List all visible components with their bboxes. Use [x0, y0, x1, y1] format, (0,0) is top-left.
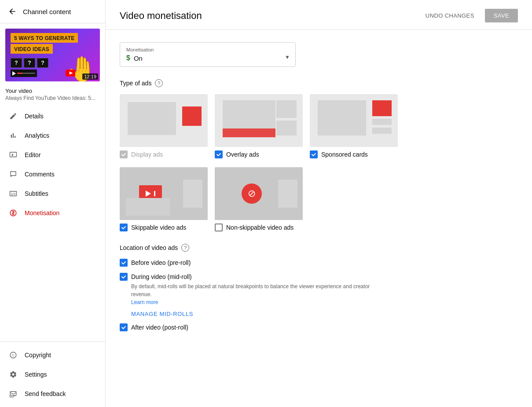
skippable-sidebar — [183, 180, 202, 208]
display-ads-checkbox-row: Display ads — [120, 150, 208, 158]
manage-mid-rolls-button[interactable]: MANAGE MID-ROLLS — [131, 311, 426, 317]
overlay-ads-checkbox-row: Overlay ads — [215, 150, 303, 158]
sidebar-bottom: C Copyright Settings — [0, 341, 105, 407]
after-video-checkbox[interactable] — [120, 323, 128, 331]
sidebar-item-send-feedback[interactable]: Send feedback — [0, 384, 105, 403]
sidebar-item-details[interactable]: Details — [0, 106, 105, 126]
location-help-icon[interactable]: ? — [181, 244, 189, 252]
sidebar-item-subtitles-label: Subtitles — [25, 190, 48, 197]
nonskippable-ads-checkbox[interactable] — [215, 224, 223, 231]
svg-rect-3 — [10, 191, 17, 196]
sidebar-item-editor-label: Editor — [25, 151, 41, 158]
sidebar-item-subtitles[interactable]: Subtitles — [0, 184, 105, 203]
sidebar-item-analytics[interactable]: Analytics — [0, 126, 105, 145]
before-video-checkbox-row: Before video (pre-roll) — [120, 259, 426, 267]
nonskippable-ads-checkbox-row: Non-skippable video ads — [215, 224, 303, 231]
sidebar-item-settings-label: Settings — [25, 371, 47, 378]
midroll-description: By default, mid-rolls will be placed at … — [131, 282, 378, 306]
ads-grid-row2: Skippable video ads ⊘ Non-skippable vide… — [120, 167, 426, 231]
learn-more-link[interactable]: Learn more — [131, 299, 158, 305]
main-content-area: Video monetisation UNDO CHANGES SAVE Mon… — [106, 0, 532, 407]
subtitles-icon — [9, 189, 18, 198]
sidebar-item-copyright[interactable]: C Copyright — [0, 345, 105, 365]
gear-icon — [9, 370, 18, 379]
during-video-label: During video (mid-roll) — [131, 273, 192, 280]
bar-chart-icon — [9, 131, 18, 140]
copyright-icon: C — [9, 351, 18, 359]
skippable-ads-preview — [120, 167, 208, 220]
skippable-bottom — [126, 198, 170, 216]
video-label: Your video — [5, 88, 100, 94]
svg-rect-2 — [10, 152, 17, 157]
sidebar-item-monetisation[interactable]: Monetisation — [0, 203, 105, 223]
pencil-icon — [9, 112, 18, 121]
overlay-side1 — [276, 100, 297, 118]
sidebar-item-analytics-label: Analytics — [25, 132, 49, 139]
sponsored-cards-card: Sponsored cards — [310, 94, 398, 158]
overlay-side2 — [276, 121, 297, 136]
chevron-down-icon: ▼ — [285, 54, 290, 60]
monetisation-dropdown-label: Monetisation — [126, 47, 288, 52]
overlay-ads-label: Overlay ads — [226, 151, 259, 158]
nonskip-timer-icon: ⊘ — [248, 188, 256, 199]
monetisation-dropdown[interactable]: Monetisation $ On ▼ — [120, 42, 296, 67]
nonskippable-ads-card: ⊘ Non-skippable video ads — [215, 167, 303, 231]
back-button[interactable] — [7, 6, 18, 17]
nav-items: Details Analytics Editor — [0, 106, 105, 341]
undo-changes-button[interactable]: UNDO CHANGES — [420, 9, 480, 22]
thumbnail-title-line2: VIDEO IDEAS — [14, 46, 49, 52]
sidebar-item-settings[interactable]: Settings — [0, 365, 105, 384]
editor-icon — [9, 150, 18, 159]
overlay-ads-checkbox[interactable] — [215, 150, 223, 158]
skippable-ads-checkbox-row: Skippable video ads — [120, 224, 208, 231]
before-video-label: Before video (pre-roll) — [131, 259, 191, 266]
video-subtitle: Always Find YouTube Video Ideas: 5... — [5, 95, 100, 101]
monetisation-value-text: On — [134, 55, 143, 62]
page-title: Video monetisation — [120, 10, 202, 22]
skippable-ads-checkbox[interactable] — [120, 224, 128, 231]
main-header: Video monetisation UNDO CHANGES SAVE — [106, 0, 532, 30]
type-of-ads-help-icon[interactable]: ? — [155, 79, 163, 87]
sponsored-cards-checkbox[interactable] — [310, 150, 318, 158]
after-video-item: After video (post-roll) — [120, 323, 426, 331]
location-items: Before video (pre-roll) During video (mi… — [120, 259, 426, 331]
save-button[interactable]: SAVE — [485, 9, 518, 22]
before-video-checkbox[interactable] — [120, 259, 128, 267]
comment-icon — [9, 170, 18, 179]
display-ads-checkbox[interactable] — [120, 150, 128, 158]
sponsored-block1 — [372, 100, 392, 116]
video-thumbnail-area: 5 WAYS TO GENERATE VIDEO IDEAS ? ? ? — [0, 23, 105, 85]
overlay-bar — [223, 128, 275, 137]
sidebar-item-comments[interactable]: Comments — [0, 165, 105, 184]
video-duration: 12:19 — [82, 73, 98, 80]
sidebar-title: Channel content — [23, 8, 71, 15]
sponsored-screen — [318, 100, 366, 136]
display-ads-label: Display ads — [131, 151, 163, 158]
skippable-ads-label: Skippable video ads — [131, 224, 186, 231]
location-of-video-ads-title: Location of video ads ? — [120, 244, 426, 252]
type-of-ads-title: Type of ads ? — [120, 79, 426, 87]
dollar-icon — [9, 209, 18, 217]
during-video-item: During video (mid-roll) By default, mid-… — [120, 273, 426, 317]
svg-text:C: C — [12, 353, 15, 357]
during-video-checkbox-row: During video (mid-roll) — [120, 273, 426, 281]
sidebar-header: Channel content — [0, 0, 105, 23]
display-ads-screen — [128, 102, 176, 135]
sidebar-item-send-feedback-label: Send feedback — [25, 390, 66, 397]
header-buttons: UNDO CHANGES SAVE — [420, 9, 518, 22]
nonskip-icon-circle: ⊘ — [242, 183, 262, 204]
overlay-ads-preview — [215, 94, 303, 147]
sidebar-item-details-label: Details — [25, 113, 44, 120]
skippable-ads-card: Skippable video ads — [120, 167, 208, 231]
nonskippable-ads-preview: ⊘ — [215, 167, 303, 220]
display-ads-card: Display ads — [120, 94, 208, 158]
sidebar-item-editor[interactable]: Editor — [0, 145, 105, 165]
svg-rect-7 — [10, 392, 16, 396]
during-video-checkbox[interactable] — [120, 273, 128, 281]
video-info: Your video Always Find YouTube Video Ide… — [0, 85, 105, 106]
video-thumbnail[interactable]: 5 WAYS TO GENERATE VIDEO IDEAS ? ? ? — [5, 29, 100, 81]
sidebar-item-copyright-label: Copyright — [25, 352, 51, 359]
sidebar: Channel content 5 WAYS TO GENERATE VIDEO… — [0, 0, 106, 407]
main-scrollable-content: Monetisation $ On ▼ Type of ads ? — [106, 30, 440, 344]
sidebar-item-monetisation-label: Monetisation — [25, 209, 59, 216]
